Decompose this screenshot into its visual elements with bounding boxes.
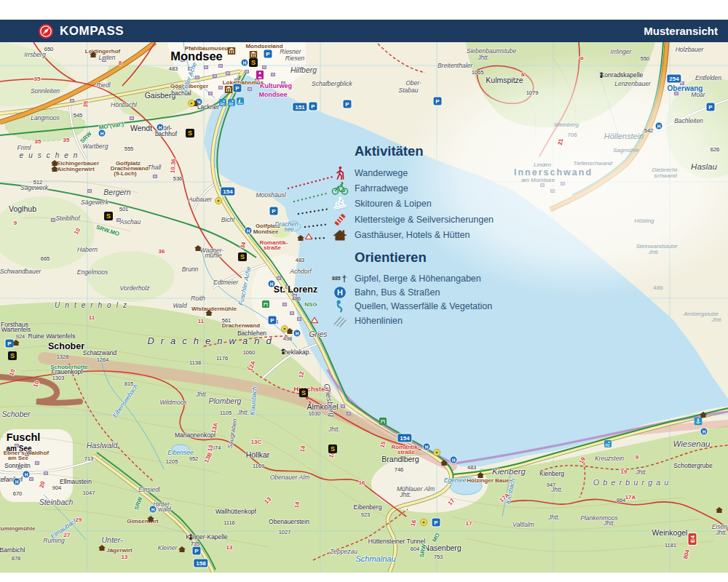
map-label: Roith [191,295,205,302]
map-label: Sägewerk [20,184,48,191]
hut-icon [178,546,186,553]
map-label: Edtmeier [213,279,238,286]
map-label: Voglhub [9,204,36,213]
map-label: Engelmoos [77,268,108,276]
map-label: Leiten [98,54,115,61]
map-label: Tiefenschwand [573,160,612,167]
bus-stop-icon: H [701,428,708,435]
building [341,404,345,408]
map-label: 1027 [279,529,291,535]
map-label: Kienberg [492,467,526,476]
map-label: 713 [84,455,94,462]
map-label: 536 [173,175,183,182]
trail-number: 36 [159,248,165,255]
map-label: Riedl [96,81,110,89]
map-label: 1328 [57,354,69,360]
legend-orientation: Orientieren 885Gipfel, Berge & Höhenanga… [331,250,492,328]
map-label: Zeppezau [330,548,357,555]
map-label: 1205 [166,458,178,465]
map-label: Wildmoos [159,399,186,406]
map-label: Hüttensteiner Tunnel [368,538,425,545]
s-badge: S [299,388,308,397]
building [297,317,301,321]
building [277,276,281,280]
s-badge: S [328,445,337,453]
map-label: 604 [411,546,420,552]
bicycle-icon [331,180,349,196]
map-label: Oberburgau [593,478,673,487]
map-label: Unterholz [55,301,132,309]
map-label: Wistaudermühle [191,306,237,312]
chapel-icon [280,348,286,355]
building [226,71,230,75]
legend-activities-title: Aktivitäten [355,143,494,159]
kompass-logo: KOMPASS [38,23,124,39]
building [130,116,134,120]
trail-number: 14 [293,501,301,509]
map-label: Valtlalm [513,521,534,528]
map-label: Aschau [120,218,141,226]
map-label: 1116 [223,519,235,526]
chapel-icon [188,534,194,541]
map-label: Schottergrube [673,462,712,469]
parking-icon: P [269,316,277,324]
map-label: Nasenberg [424,543,461,552]
bus-stop-icon: H [99,130,106,137]
map-label: 1169 [253,463,264,469]
legend-item: HBahn, Bus & Straßen [331,285,492,299]
map-label: Höllkar [246,450,270,459]
map-label: Einsiedl [138,486,160,493]
map-label: Riesen [285,55,304,62]
map-label: Drachenwand [147,335,277,346]
legend-item-label: Skitouren & Loipen [355,199,432,209]
map-label: 1264 [97,356,109,363]
museum-icon [225,86,233,93]
hut-icon [205,310,213,316]
map-label: 486 [653,284,662,291]
bus-stop-icon: H [150,506,157,513]
map-label: 1138 [189,359,201,366]
trail-number: 21 [557,138,564,146]
map-label: Wendt [130,124,152,132]
map-label: Jhtt. [328,426,340,433]
map-label: 1047 [83,490,95,496]
map-label: Mariannenkopf [175,431,215,439]
map-label: Sonnleitn [4,462,30,469]
kompass-map-sample: KOMPASS Musteransicht Aktivitäten Wander… [0,0,728,582]
map-label: Schafbergblick [312,80,352,87]
swimming-icon [604,440,612,447]
building [245,70,249,73]
map-label: Wartenfels [1,326,31,333]
map-label: Jhtt. [400,491,411,498]
legend-activities: Aktivitäten WanderwegeFahrradwegeSkitour… [331,143,494,242]
road-badge: 158 [194,559,207,567]
map-label: Brandlberg [381,455,419,463]
map-label: Schmalnau [355,554,395,563]
map-label: Holzinger Bauer [467,477,511,484]
s-badge: S [249,58,258,67]
hut-icon [297,235,305,242]
map-label: Jhtt. [548,514,560,521]
trail-number: 17 [466,520,472,527]
trail-number: 17A [625,494,636,501]
map-label: 924 [16,333,25,340]
map-label: Jhtt. [716,529,727,536]
swimming-icon [228,99,235,106]
anchor-icon [695,418,703,426]
map-label: Irrsberg [24,51,45,58]
chapel-icon [598,72,604,79]
map-label: Breitenthaler [438,62,472,69]
map-label: Hilfberg [290,65,317,74]
map-label: wald [158,506,170,513]
map-label: Sägewerk [81,199,108,206]
map-label: NSG [304,301,317,308]
map-label: Jhtt. [478,54,489,61]
hut-icon [51,166,59,172]
parking-icon: P [270,207,278,215]
parking-icon: P [432,519,440,527]
road-badge: 151 [293,103,306,111]
legend-item: Skitouren & Loipen [331,196,494,212]
building [347,412,351,415]
hut-icon [98,545,106,551]
building [561,182,565,186]
